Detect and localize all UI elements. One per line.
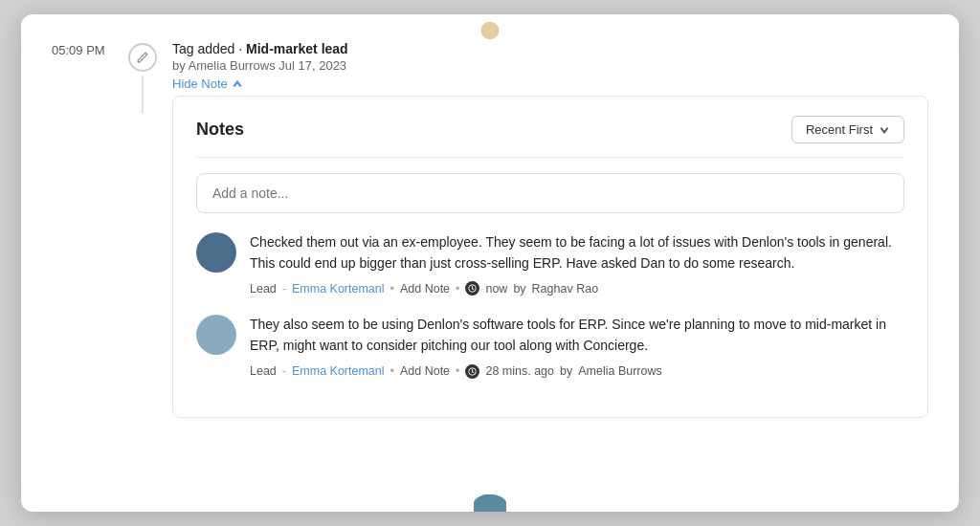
note-author: Amelia Burrows [578,364,662,378]
svg-line-2 [473,289,475,290]
note-author: Raghav Rao [532,282,599,296]
note-time: 28 mins. ago [485,364,554,378]
meta-dot-1: - [282,364,286,378]
hide-note-link[interactable]: Hide Note [172,77,243,91]
lead-label: Lead [250,364,277,378]
note-meta: Lead - Emma Kortemanl • Add Note • now [250,281,904,296]
lead-label: Lead [250,282,277,296]
hide-note-label: Hide Note [172,77,228,91]
note-text: Checked them out via an ex-employee. The… [250,232,904,274]
notes-header: Notes Recent First [196,116,904,143]
chevron-down-icon [879,124,890,136]
notes-section: Notes Recent First Checked them out via … [172,96,928,418]
note-avatar [196,232,236,273]
add-note-meta[interactable]: Add Note [400,364,450,378]
event-title: Tag added · Mid-market lead [172,41,928,56]
chevron-up-icon [232,78,243,90]
timeline-line-wrapper [128,41,157,114]
meta-dot-3: • [456,364,459,378]
lead-name-link[interactable]: Emma Kortemanl [292,282,385,296]
meta-dot-1: - [282,282,286,296]
notes-title: Notes [196,120,244,140]
notes-divider [196,157,904,158]
meta-dot-3: • [456,282,459,296]
note-body: Checked them out via an ex-employee. The… [250,232,904,296]
timeline-header: 05:09 PM Tag added · Mid-market lead by … [52,41,928,418]
recent-first-button[interactable]: Recent First [791,116,904,143]
by-label: by [560,364,572,378]
note-avatar [196,315,236,355]
lead-name-link[interactable]: Emma Kortemanl [292,364,385,378]
event-title-text: Tag added · [172,41,246,56]
event-tag: Mid-market lead [246,41,348,56]
sort-label: Recent First [806,122,873,137]
note-meta: Lead - Emma Kortemanl • Add Note • 28 mi… [250,364,904,379]
note-time: now [485,282,507,296]
event-time: 05:09 PM [52,41,113,57]
note-body: They also seem to be using Denlon's soft… [250,315,904,378]
event-meta: by Amelia Burrows Jul 17, 2023 [172,58,928,73]
main-card: 05:09 PM Tag added · Mid-market lead by … [21,14,959,512]
edit-icon-circle [128,43,157,72]
notes-list: Checked them out via an ex-employee. The… [196,232,904,379]
add-note-meta[interactable]: Add Note [400,282,450,296]
svg-line-5 [473,372,475,373]
timeline-content: Tag added · Mid-market lead by Amelia Bu… [172,41,928,418]
meta-dot-2: • [390,364,394,378]
meta-dot-2: • [390,282,394,296]
pencil-icon [136,51,149,64]
add-note-input[interactable] [196,173,904,213]
note-text: They also seem to be using Denlon's soft… [250,315,904,356]
clock-icon [465,281,479,296]
by-label: by [513,282,525,296]
note-item: They also seem to be using Denlon's soft… [196,315,904,378]
clock-icon [465,364,479,379]
note-item: Checked them out via an ex-employee. The… [196,232,904,296]
timeline-vertical-line [142,76,144,114]
